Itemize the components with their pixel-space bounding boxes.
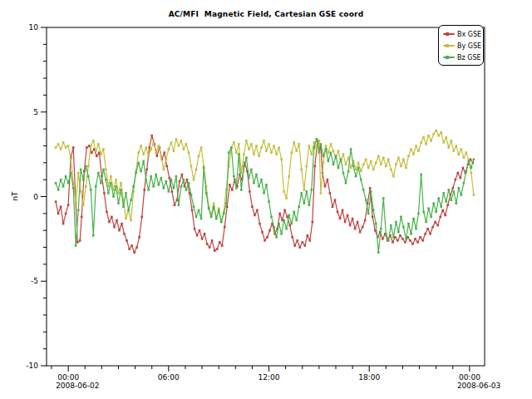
bx-line-marker-icon: [443, 31, 455, 37]
y-tick-label: -10: [26, 362, 38, 370]
x-tick-label: 12:00: [259, 373, 280, 382]
series-by-gse: [55, 130, 475, 224]
series-bz-gse: [55, 138, 475, 254]
plot-frame: [47, 27, 485, 366]
x-axis-date: 2008-06-03: [457, 382, 500, 390]
y-tick-label: 10: [29, 23, 39, 32]
x-tick-label: 06:00: [158, 373, 180, 382]
bz-line-marker-icon: [443, 54, 455, 61]
x-tick-label: 00:00: [57, 373, 79, 382]
by-line-marker-icon: [443, 42, 455, 49]
y-tick-label: 0: [33, 193, 38, 201]
series-line: [56, 131, 474, 222]
y-tick-label: -5: [31, 277, 38, 285]
x-axis-date: 2008-06-02: [56, 382, 99, 390]
legend-label-bz: Bz GSE: [457, 54, 481, 62]
x-tick-label: 00:00: [459, 373, 480, 382]
y-tick-label: 5: [33, 108, 38, 116]
legend: Bx GSE By GSE Bz GSE: [438, 25, 484, 66]
y-axis-ticks: [41, 27, 47, 366]
magnetic-field-plot: AC/MFI Magnetic Field, Cartesian GSE coo…: [0, 0, 532, 399]
x-tick-label: 18:00: [358, 373, 380, 382]
x-axis-ticks: [52, 366, 470, 372]
legend-label-bx: Bx GSE: [457, 31, 481, 38]
legend-entry-bx: Bx GSE: [443, 28, 480, 40]
series-line: [56, 139, 474, 252]
y-tick-labels: 1050-5-10: [26, 23, 38, 370]
legend-entry-by: By GSE: [443, 40, 480, 52]
legend-entry-bz: Bz GSE: [443, 52, 480, 63]
legend-label-by: By GSE: [457, 42, 481, 50]
x-tick-labels: 00:002008-06-0206:0012:0018:0000:002008-…: [56, 373, 500, 390]
